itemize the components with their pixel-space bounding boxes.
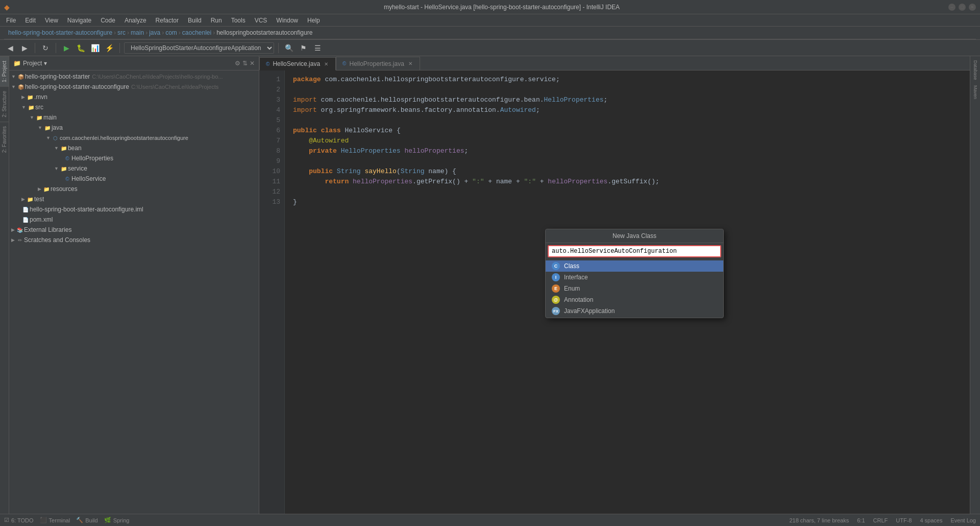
project-folder-icon: 📦 (17, 74, 25, 80)
tree-node-starter[interactable]: ▼ 📦 hello-spring-boot-starter C:\Users\C… (9, 71, 259, 82)
indent-info[interactable]: 4 spaces (920, 517, 942, 523)
popup-item-annotation[interactable]: @ Annotation (546, 294, 723, 305)
menu-build[interactable]: Build (184, 16, 206, 25)
breadcrumb: hello-spring-boot-starter-autoconfigure … (4, 27, 976, 39)
todo-icon: ☑ (4, 517, 9, 523)
build-status[interactable]: 🔨 Build (76, 517, 97, 523)
menu-file[interactable]: File (2, 16, 20, 25)
scratches-icon: ✏ (16, 237, 24, 243)
popup-input-container[interactable] (546, 243, 723, 259)
breadcrumb-main[interactable]: main (131, 29, 144, 36)
project-tab[interactable]: 1: Project (0, 56, 9, 86)
tree-node-bean[interactable]: ▼ 📁 bean (9, 143, 259, 153)
coverage-button[interactable]: 📊 (89, 42, 101, 54)
tree-node-service[interactable]: ▼ 📁 service (9, 163, 259, 174)
tab-close-hello-properties[interactable]: ✕ (407, 61, 413, 67)
project-panel: 📁 Project ▾ ⚙ ⇅ ✕ ▼ 📦 hello-spring-boot-… (9, 56, 259, 514)
java-folder-icon: 📁 (43, 125, 52, 131)
tree-node-package[interactable]: ▼ ⬡ com.caochenlei.hellospringbootstarte… (9, 133, 259, 143)
bookmarks-button[interactable]: ⚑ (297, 42, 309, 54)
popup-item-class[interactable]: C Class (546, 260, 723, 272)
mvn-folder-icon: 📁 (26, 94, 34, 100)
menu-refactor[interactable]: Refactor (152, 16, 183, 25)
editor-area: © HelloService.java ✕ © HelloProperties.… (259, 56, 970, 514)
tab-close-hello-service[interactable]: ✕ (323, 61, 329, 67)
menu-run[interactable]: Run (207, 16, 226, 25)
breadcrumb-project[interactable]: hello-spring-boot-starter-autoconfigure (8, 29, 112, 36)
refresh-button[interactable]: ↻ (39, 42, 52, 54)
popup-interface-label: Interface (564, 274, 588, 281)
menu-help[interactable]: Help (303, 16, 324, 25)
spring-status[interactable]: 🌿 Spring (104, 517, 130, 523)
tree-node-main[interactable]: ▼ 📁 main (9, 112, 259, 123)
popup-item-javafx[interactable]: FX JavaFXApplication (546, 305, 723, 317)
breadcrumb-pkg[interactable]: hellospringbootstarterautoconfigure (216, 29, 312, 36)
structure-tab[interactable]: 2: Structure (0, 86, 9, 122)
new-class-name-input[interactable] (548, 245, 721, 257)
project-title: 📁 Project ▾ (13, 60, 47, 67)
maven-panel-tab[interactable]: Maven (972, 83, 979, 101)
tree-node-test[interactable]: ▶ 📁 test (9, 194, 259, 204)
status-right: 218 chars, 7 line breaks 6:1 CRLF UTF-8 … (789, 517, 976, 523)
tree-node-resources[interactable]: ▶ 📁 resources (9, 184, 259, 194)
terminal-icon: ⬛ (40, 517, 47, 523)
build-button[interactable]: ⚡ (103, 42, 115, 54)
tree-node-external[interactable]: ▶ 📚 External Libraries (9, 225, 259, 235)
run-button[interactable]: ▶ (60, 42, 72, 54)
popup-item-interface[interactable]: I Interface (546, 272, 723, 283)
package-icon: ⬡ (52, 135, 60, 141)
code-editor[interactable]: 1 2 3 4 5 6 7 8 9 10 11 12 13 package co… (259, 70, 970, 514)
maximize-button[interactable]: □ (959, 4, 966, 11)
find-usages-button[interactable]: 🔍 (283, 42, 295, 54)
menu-view[interactable]: View (41, 16, 62, 25)
breadcrumb-src[interactable]: src (117, 29, 126, 36)
breadcrumb-caochenlei[interactable]: caochenlei (182, 29, 211, 36)
tree-node-iml[interactable]: 📄 hello-spring-boot-starter-autoconfigur… (9, 204, 259, 214)
project-actions[interactable]: ⚙ ⇅ ✕ (235, 60, 255, 67)
tree-node-java[interactable]: ▼ 📁 java (9, 123, 259, 133)
tab-hello-service[interactable]: © HelloService.java ✕ (259, 57, 336, 70)
structure-button[interactable]: ☰ (311, 42, 324, 54)
project-tree[interactable]: ▼ 📦 hello-spring-boot-starter C:\Users\C… (9, 70, 259, 514)
terminal-status[interactable]: ⬛ Terminal (40, 517, 70, 523)
external-libs-icon: 📚 (16, 227, 24, 233)
close-panel-icon[interactable]: ✕ (250, 60, 255, 67)
tab-hello-properties[interactable]: © HelloProperties.java ✕ (336, 57, 420, 70)
menu-code[interactable]: Code (96, 16, 119, 25)
sort-icon[interactable]: ⇅ (242, 60, 248, 67)
position-info[interactable]: 6:1 (857, 517, 865, 523)
breadcrumb-java[interactable]: java (149, 29, 160, 36)
run-config-select[interactable]: HelloSpringBootStarterAutoconfigureAppli… (124, 42, 274, 54)
cog-icon[interactable]: ⚙ (235, 60, 240, 67)
menu-analyze[interactable]: Analyze (120, 16, 151, 25)
close-button[interactable]: ✕ (969, 4, 976, 11)
crlf-info[interactable]: CRLF (873, 517, 888, 523)
window-controls[interactable]: – □ ✕ (948, 4, 976, 11)
database-panel-tab[interactable]: Database (972, 58, 979, 82)
tree-node-scratches[interactable]: ▶ ✏ Scratches and Consoles (9, 235, 259, 245)
favorites-tab[interactable]: 2: Favorites (0, 122, 9, 157)
todo-status[interactable]: ☑ 6: TODO (4, 517, 34, 523)
event-log[interactable]: Event Log (950, 517, 976, 523)
back-button[interactable]: ◀ (4, 42, 16, 54)
tree-node-src[interactable]: ▼ 📁 src (9, 102, 259, 112)
menu-tools[interactable]: Tools (227, 16, 250, 25)
popup-item-enum[interactable]: E Enum (546, 283, 723, 294)
tree-node-hello-properties[interactable]: © HelloProperties (9, 153, 259, 163)
tree-node-hello-service[interactable]: © HelloService (9, 174, 259, 184)
menu-edit[interactable]: Edit (21, 16, 40, 25)
forward-button[interactable]: ▶ (18, 42, 31, 54)
tree-node-pom[interactable]: 📄 pom.xml (9, 214, 259, 225)
breadcrumb-com[interactable]: com (165, 29, 177, 36)
encoding-info[interactable]: UTF-8 (896, 517, 912, 523)
menu-window[interactable]: Window (272, 16, 302, 25)
interface-icon: I (552, 273, 560, 281)
tree-node-mvn[interactable]: ▶ 📁 .mvn (9, 92, 259, 102)
tab-hello-service-label: HelloService.java (273, 60, 320, 67)
minimize-button[interactable]: – (948, 4, 955, 11)
debug-button[interactable]: 🐛 (75, 42, 87, 54)
tree-node-autoconfigure[interactable]: ▼ 📦 hello-spring-boot-starter-autoconfig… (9, 82, 259, 92)
menu-navigate[interactable]: Navigate (63, 16, 95, 25)
menu-vcs[interactable]: VCS (251, 16, 272, 25)
window-title: myhello-start - HelloService.java [hello… (55, 4, 948, 11)
